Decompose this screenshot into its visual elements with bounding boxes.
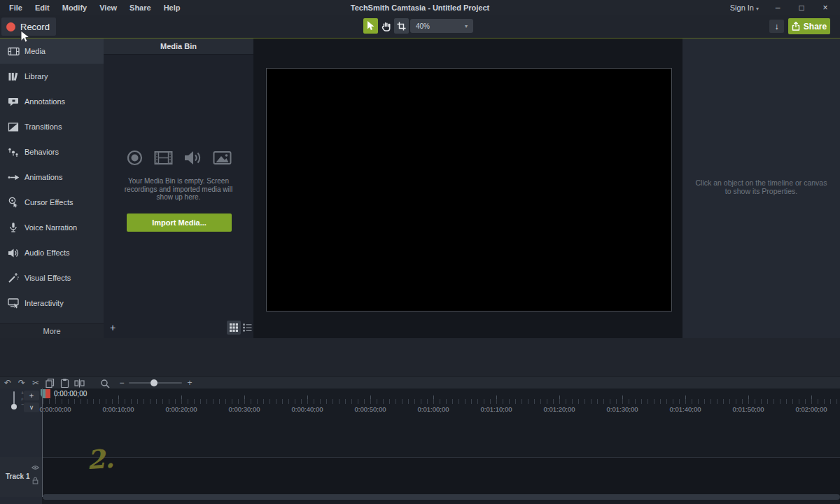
- minimize-button[interactable]: –: [767, 1, 788, 15]
- download-button[interactable]: ↓: [769, 20, 784, 33]
- timeline-toolbar: ↶ ↷ ✂ − +: [0, 376, 840, 389]
- eye-icon[interactable]: [31, 464, 39, 471]
- share-label: Share: [804, 22, 827, 31]
- sidebar-item-label: Behaviors: [24, 148, 59, 156]
- canvas-zoom-value: 40%: [416, 22, 430, 30]
- add-track-button[interactable]: +: [24, 391, 39, 400]
- watermark-text: 2.: [86, 443, 115, 476]
- menu-view[interactable]: View: [93, 4, 123, 12]
- sidebar-item-label: Visual Effects: [24, 274, 71, 282]
- timeline-zoom-in-button[interactable]: +: [184, 377, 195, 389]
- media-bin-panel: Media Bin Your Media Bin is empty. Scree…: [104, 38, 253, 338]
- track-header: Track 1: [0, 457, 42, 497]
- timeline-left-divider: [42, 388, 43, 497]
- cut-button[interactable]: ✂: [30, 377, 41, 389]
- sidebar-item-label: Library: [24, 72, 48, 80]
- playback-bar: ‹ › 00:00 / 00:00 30fps Properties: [0, 338, 840, 376]
- monitor-cursor-icon: [7, 298, 20, 309]
- microphone-icon: [7, 222, 20, 233]
- properties-panel: Click an object on the timeline or canva…: [682, 38, 840, 338]
- sidebar-item-audio-effects[interactable]: Audio Effects: [0, 240, 104, 265]
- list-view-button[interactable]: [240, 321, 254, 335]
- menu-modify[interactable]: Modify: [56, 4, 93, 12]
- books-icon: [7, 71, 20, 82]
- arrow-right-icon: [7, 172, 20, 183]
- horizontal-scrollbar[interactable]: [43, 494, 840, 500]
- pan-tool-button[interactable]: [379, 18, 393, 34]
- timeline-ruler[interactable]: 0:00:00;00 0:00:00;00 0:00:10;00 0:00:20…: [43, 388, 840, 414]
- sidebar-item-library[interactable]: Library: [0, 64, 104, 89]
- properties-hint: Click an object on the timeline or canva…: [695, 178, 827, 195]
- speaker-icon: [7, 247, 20, 258]
- share-button[interactable]: Share: [788, 18, 830, 34]
- track-toggles: [31, 464, 39, 484]
- media-bin-tab[interactable]: Media Bin: [104, 38, 253, 55]
- sidebar-item-label: Animations: [24, 173, 62, 181]
- ruler-label: 0:01:40;00: [670, 405, 701, 413]
- sidebar-item-behaviors[interactable]: Behaviors: [0, 139, 104, 164]
- canvas-zoom-dropdown[interactable]: 40% ▾: [410, 19, 473, 33]
- chevron-down-icon: ▾: [756, 6, 759, 12]
- menu-edit[interactable]: Edit: [29, 4, 56, 12]
- ruler-label: 0:01:10;00: [481, 405, 512, 413]
- track-height-handle[interactable]: [11, 404, 17, 410]
- ruler-label: 0:01:30;00: [607, 405, 638, 413]
- sidebar-item-annotations[interactable]: Annotations: [0, 89, 104, 114]
- canvas[interactable]: [266, 68, 672, 312]
- track-lane[interactable]: 2.: [43, 457, 840, 497]
- sidebar-more-button[interactable]: More: [0, 323, 104, 338]
- grid-view-button[interactable]: [227, 321, 241, 335]
- sidebar-item-transitions[interactable]: Transitions: [0, 114, 104, 139]
- paste-button[interactable]: [59, 378, 70, 388]
- timeline-zoom-out-button[interactable]: −: [116, 377, 127, 389]
- undo-button[interactable]: ↶: [2, 377, 13, 389]
- timeline-zoom-icon: [100, 379, 110, 388]
- import-media-button[interactable]: Import Media...: [127, 214, 232, 232]
- select-tool-button[interactable]: [363, 18, 378, 34]
- close-button[interactable]: ×: [815, 1, 836, 15]
- menu-share[interactable]: Share: [123, 4, 158, 12]
- copy-button[interactable]: [45, 378, 55, 388]
- horizontal-scrollbar-thumb[interactable]: [43, 494, 840, 500]
- record-circle-icon: [126, 149, 144, 167]
- timeline-zoom-handle[interactable]: [150, 379, 158, 386]
- redo-button[interactable]: ↷: [16, 377, 27, 389]
- sidebar-item-voice-narration[interactable]: Voice Narration: [0, 215, 104, 240]
- sidebar-item-media[interactable]: Media: [0, 38, 104, 64]
- transition-square-icon: [7, 121, 20, 132]
- sidebar: Media Library Annotations Transitions Be…: [0, 38, 104, 338]
- cursor-circle-icon: [7, 197, 20, 208]
- menu-file[interactable]: File: [3, 4, 29, 12]
- sidebar-item-interactivity[interactable]: Interactivity: [0, 290, 104, 316]
- canvas-stage: [253, 38, 682, 338]
- add-media-button[interactable]: +: [106, 321, 119, 334]
- window-controls: Sign In▾ – □ ×: [724, 0, 836, 15]
- lock-icon[interactable]: [31, 477, 39, 484]
- ruler-label: 0:00:10;00: [103, 405, 134, 413]
- speech-bubble-icon: [7, 96, 20, 107]
- split-button[interactable]: [74, 378, 85, 388]
- sidebar-item-label: Audio Effects: [24, 248, 70, 257]
- track-row: Track 1 2.: [0, 457, 840, 497]
- ruler-label: 0:01:20;00: [544, 405, 575, 413]
- filmstrip-icon: [7, 46, 20, 57]
- sidebar-item-label: Annotations: [24, 97, 65, 106]
- sign-in-button[interactable]: Sign In▾: [724, 4, 764, 12]
- maximize-button[interactable]: □: [791, 1, 812, 15]
- collapse-tracks-button[interactable]: ∨: [24, 402, 39, 412]
- media-bin-empty-icons: [104, 149, 253, 167]
- canvas-tools: [363, 18, 409, 34]
- playhead-out-marker[interactable]: [46, 389, 50, 398]
- crop-tool-button[interactable]: [394, 18, 409, 34]
- sidebar-item-label: Cursor Effects: [24, 198, 74, 206]
- sidebar-item-visual-effects[interactable]: Visual Effects: [0, 265, 104, 290]
- sidebar-item-animations[interactable]: Animations: [0, 164, 104, 190]
- grid-icon: [230, 323, 238, 332]
- ruler-label: 0:00:20;00: [166, 405, 197, 413]
- cursor-arrow-icon: [367, 21, 375, 31]
- ruler-label: 0:01:00;00: [418, 405, 449, 413]
- sidebar-item-cursor-effects[interactable]: Cursor Effects: [0, 190, 104, 215]
- menu-list: File Edit Modify View Share Help: [3, 0, 186, 15]
- crop-icon: [397, 22, 406, 31]
- menu-help[interactable]: Help: [158, 4, 187, 12]
